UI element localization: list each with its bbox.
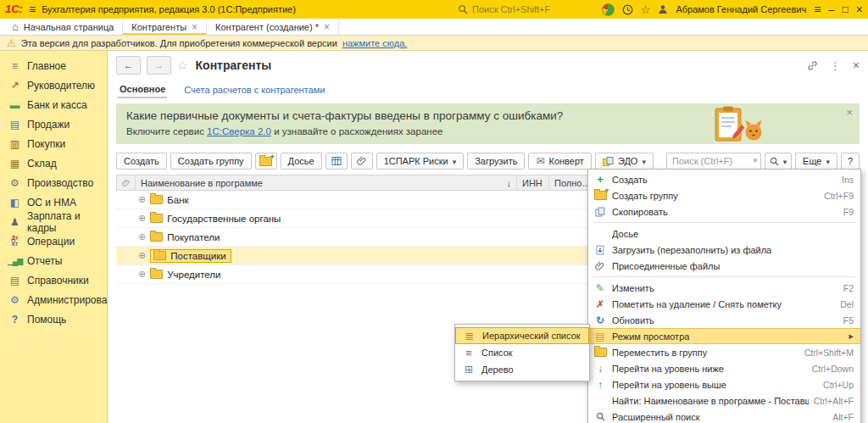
menu-item-move-to-group[interactable]: Переместить в группуCtrl+Shift+M bbox=[588, 344, 860, 360]
menu-item-create-group[interactable]: Создать группуCtrl+F9 bbox=[588, 187, 860, 203]
maximize-icon[interactable] bbox=[843, 3, 849, 15]
user-name[interactable]: Абрамов Геннадий Сергеевич bbox=[676, 4, 806, 14]
sidebar-item-manager[interactable]: Руководителю bbox=[0, 75, 107, 95]
forward-button[interactable] bbox=[147, 56, 171, 75]
close-window-icon[interactable] bbox=[856, 3, 863, 16]
favorites-icon[interactable] bbox=[641, 3, 651, 16]
window-menu-icon[interactable] bbox=[814, 3, 821, 16]
menu-item-advanced-search[interactable]: Расширенный поискAlt+F bbox=[588, 409, 860, 423]
user-icon bbox=[658, 4, 668, 14]
create-group-icon-button[interactable] bbox=[255, 153, 277, 170]
spark-risks-button[interactable]: 1СПАРК Риски bbox=[376, 153, 465, 170]
history-icon[interactable] bbox=[622, 4, 633, 15]
menu-item-copy[interactable]: СкопироватьF9 bbox=[588, 203, 860, 220]
promo-title: Какие первичные документы и счета-фактур… bbox=[126, 109, 758, 122]
sidebar-item-directories[interactable]: Справочники bbox=[0, 270, 107, 290]
envelope-button[interactable]: Конверт bbox=[528, 153, 591, 170]
submenu-item-tree[interactable]: Дерево bbox=[455, 361, 589, 378]
forward-icon bbox=[154, 60, 164, 70]
menu-separator bbox=[593, 222, 855, 223]
menu-item-dossier[interactable]: Досье bbox=[588, 225, 860, 242]
nav-link-settlement-accounts[interactable]: Счета расчетов с контрагентами bbox=[184, 85, 325, 95]
export-table-button[interactable] bbox=[326, 153, 348, 170]
column-header-inn[interactable]: ИНН bbox=[517, 175, 549, 190]
search-options-button[interactable] bbox=[765, 153, 792, 170]
menu-item-load-from-file[interactable]: Загрузить (перезаполнить) из файла bbox=[588, 242, 860, 258]
service-status-icon[interactable] bbox=[602, 3, 615, 16]
create-group-icon bbox=[593, 190, 607, 202]
dossier-button[interactable]: Досье bbox=[281, 153, 322, 170]
menu-item-create[interactable]: СоздатьIns bbox=[588, 171, 860, 187]
back-icon bbox=[124, 60, 133, 70]
menu-item-mark-deletion[interactable]: Пометить на удаление / Снять пометкуDel bbox=[588, 296, 860, 312]
edo-button[interactable]: ЭДО bbox=[595, 153, 654, 170]
tab-home[interactable]: Начальная страница bbox=[3, 19, 123, 35]
attachment-column-header[interactable] bbox=[117, 175, 136, 190]
more-icon[interactable] bbox=[830, 59, 841, 72]
get-link-icon[interactable] bbox=[807, 60, 818, 71]
selected-cell: Поставщики bbox=[150, 249, 231, 263]
submenu-item-list[interactable]: Список bbox=[455, 344, 589, 361]
folder-icon bbox=[153, 251, 166, 260]
sidebar-item-bank[interactable]: Банк и касса bbox=[0, 95, 107, 114]
load-button[interactable]: Загрузить bbox=[467, 153, 525, 170]
dropdown-caret-icon bbox=[642, 156, 646, 166]
sidebar-item-production[interactable]: Производство bbox=[0, 173, 107, 192]
sidebar-item-salary[interactable]: Зарплата и кадры bbox=[0, 212, 107, 231]
expand-icon[interactable] bbox=[138, 231, 146, 242]
table-icon bbox=[331, 156, 342, 166]
sidebar-item-warehouse[interactable]: Склад bbox=[0, 153, 107, 173]
submenu-item-hierarchical-list[interactable]: Иерархический список bbox=[455, 327, 589, 344]
expand-icon[interactable] bbox=[138, 250, 146, 261]
close-tab-icon[interactable] bbox=[324, 21, 330, 33]
clear-search-icon[interactable] bbox=[753, 155, 758, 165]
attachments-button[interactable] bbox=[351, 153, 373, 170]
menu-item-edit[interactable]: ИзменитьF2 bbox=[588, 280, 860, 296]
expand-icon[interactable] bbox=[138, 269, 146, 280]
expand-icon[interactable] bbox=[138, 213, 146, 224]
create-icon bbox=[593, 174, 607, 186]
sidebar-item-purchases[interactable]: Покупки bbox=[0, 134, 107, 153]
create-group-button[interactable]: Создать группу bbox=[170, 153, 252, 170]
expand-icon[interactable] bbox=[138, 194, 146, 205]
nav-link-main[interactable]: Основное bbox=[118, 82, 167, 98]
main-menu-icon[interactable] bbox=[29, 3, 36, 16]
tab-counterparties[interactable]: Контрагенты bbox=[123, 19, 207, 35]
buy-version-link[interactable]: нажмите сюда. bbox=[342, 38, 407, 48]
menu-item-level-down[interactable]: Перейти на уровень нижеCtrl+Down bbox=[588, 360, 860, 376]
salary-icon bbox=[8, 215, 21, 228]
global-search[interactable]: Поиск Ctrl+Shift+F bbox=[458, 0, 550, 19]
window-title: Бухгалтерия предприятия, редакция 3.0 (1… bbox=[42, 4, 296, 14]
favorite-star-icon[interactable] bbox=[177, 58, 188, 72]
create-button[interactable]: Создать bbox=[116, 153, 167, 170]
menu-item-find[interactable]: Найти: Наименование в программе - Постав… bbox=[588, 392, 860, 409]
home-icon bbox=[12, 20, 19, 33]
sverka-link[interactable]: 1С:Сверка 2.0 bbox=[207, 126, 271, 136]
sidebar-item-sales[interactable]: Продажи bbox=[0, 114, 107, 134]
sidebar-item-administration[interactable]: Администрирование bbox=[0, 290, 107, 309]
advanced-search-icon bbox=[593, 411, 607, 423]
menu-item-attached-files[interactable]: Присоединенные файлы bbox=[588, 258, 860, 274]
paperclip-icon bbox=[593, 260, 607, 272]
menu-item-level-up[interactable]: Перейти на уровень вышеCtrl+Up bbox=[588, 376, 860, 392]
list-icon bbox=[462, 347, 476, 359]
copy-icon bbox=[593, 206, 607, 218]
sidebar-item-help[interactable]: Помощь bbox=[0, 309, 107, 329]
search-input[interactable] bbox=[666, 153, 761, 170]
move-to-group-icon bbox=[593, 347, 607, 359]
close-form-icon[interactable] bbox=[853, 58, 860, 72]
menu-item-view-mode[interactable]: Режим просмотра bbox=[588, 328, 860, 344]
help-button[interactable]: ? bbox=[841, 153, 860, 170]
administration-icon bbox=[8, 293, 21, 306]
column-header-name[interactable]: Наименование в программе bbox=[136, 175, 517, 190]
close-promo-icon[interactable] bbox=[846, 106, 853, 119]
minimize-icon[interactable] bbox=[828, 3, 834, 16]
menu-item-refresh[interactable]: ОбновитьF5 bbox=[588, 312, 860, 328]
tab-counterparty-new[interactable]: Контрагент (создание) * bbox=[207, 19, 339, 35]
sidebar-item-operations[interactable]: Операции bbox=[0, 231, 107, 251]
close-tab-icon[interactable] bbox=[192, 21, 198, 33]
more-button[interactable]: Еще bbox=[795, 153, 837, 170]
back-button[interactable] bbox=[116, 56, 141, 75]
sidebar-item-main[interactable]: Главное bbox=[0, 56, 107, 75]
sidebar-item-reports[interactable]: Отчеты bbox=[0, 251, 107, 270]
